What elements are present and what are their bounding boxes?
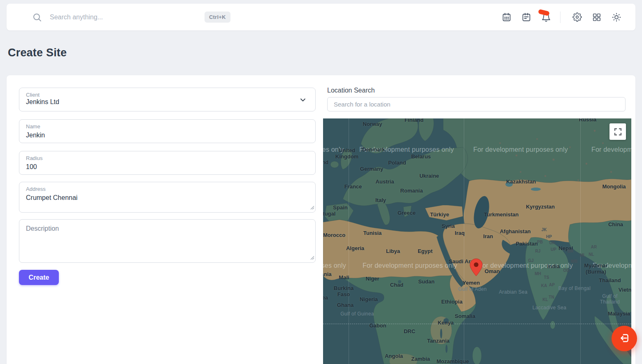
description-field-group xyxy=(19,219,316,263)
search-icon xyxy=(32,12,42,22)
notification-badge xyxy=(538,9,550,16)
address-textarea[interactable]: Crumpet Chennai xyxy=(26,194,306,202)
location-search-label: Location Search xyxy=(327,87,375,94)
address-label: Address xyxy=(26,186,309,192)
calendar-icon[interactable] xyxy=(498,9,515,26)
radius-label: Radius xyxy=(26,155,309,162)
tasks-icon[interactable] xyxy=(518,9,535,26)
client-select[interactable]: Client Jenkins Ltd xyxy=(19,88,316,111)
map-terrain xyxy=(323,118,631,364)
resize-grip-icon[interactable] xyxy=(310,254,314,262)
settings-gear-icon[interactable] xyxy=(569,9,585,26)
create-button[interactable]: Create xyxy=(19,270,59,285)
fullscreen-icon[interactable] xyxy=(609,123,626,140)
location-search-input[interactable] xyxy=(327,97,626,111)
theme-sun-icon[interactable] xyxy=(608,9,625,26)
name-label: Name xyxy=(26,123,309,130)
topbar-divider xyxy=(560,12,561,23)
radius-input[interactable] xyxy=(26,163,295,171)
shortcut-chip: Ctrl+K xyxy=(205,12,230,23)
notifications-bell-icon[interactable] xyxy=(538,9,554,26)
radius-field-group: Radius xyxy=(19,151,316,175)
topbar: Ctrl+K xyxy=(7,4,635,30)
apps-grid-icon[interactable] xyxy=(588,9,605,26)
address-field-group: Address Crumpet Chennai xyxy=(19,182,316,213)
create-site-card: Client Jenkins Ltd Name Radius Address C… xyxy=(7,75,635,364)
page-title: Create Site xyxy=(8,46,67,59)
map-canvas[interactable]: For development purposes onlyFor develop… xyxy=(323,118,631,364)
exit-fab-button[interactable] xyxy=(612,326,637,351)
topbar-actions xyxy=(495,9,625,26)
chevron-down-icon xyxy=(299,96,307,106)
exit-icon xyxy=(618,332,630,345)
resize-grip-icon[interactable] xyxy=(310,204,314,211)
client-label: Client xyxy=(26,92,309,98)
name-input[interactable] xyxy=(26,132,295,139)
description-textarea[interactable] xyxy=(26,225,306,258)
name-field-group: Name xyxy=(19,119,316,143)
client-value: Jenkins Ltd xyxy=(26,98,309,106)
map-marker-pin[interactable] xyxy=(469,258,483,278)
search-input[interactable] xyxy=(50,14,198,21)
